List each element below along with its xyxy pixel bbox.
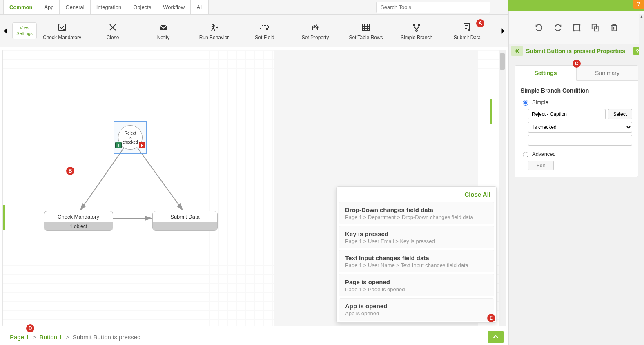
breadcrumb-page[interactable]: Page 1 — [10, 334, 29, 341]
popup-item[interactable]: Key is pressed Page 1 > User Email > Key… — [339, 226, 494, 248]
canvas-vertical-scrollbar[interactable] — [499, 50, 506, 326]
properties-tab-settings[interactable]: Settings — [515, 66, 577, 81]
check-mandatory-icon — [57, 22, 67, 32]
radio-simple[interactable]: Simple — [521, 99, 632, 106]
badge-b: B — [66, 167, 74, 175]
svg-point-1 — [63, 29, 66, 31]
svg-rect-27 — [579, 30, 580, 32]
collapse-properties-button[interactable] — [511, 46, 523, 56]
properties-header: Submit Button is pressed Properties ? — [509, 44, 644, 58]
badge-c: C — [573, 60, 581, 68]
popup-item[interactable]: Page is opened Page 1 > Page is opened — [339, 274, 494, 296]
breadcrumb-bar: D Page 1 > Button 1 > Submit Button is p… — [0, 329, 508, 345]
delete-button[interactable] — [608, 22, 620, 34]
run-behavior-icon — [209, 22, 219, 32]
simple-branch-icon — [412, 22, 421, 32]
decision-node[interactable]: Reject is checked T F — [118, 125, 143, 150]
redo-button[interactable] — [552, 22, 564, 34]
popup-item[interactable]: Text Input changes field data Page 1 > U… — [339, 250, 494, 272]
breadcrumb-button[interactable]: Button 1 — [40, 334, 62, 341]
canvas-wrapper: Reject is checked T F B Check Mandatory … — [2, 50, 506, 326]
chevron-up-icon — [492, 333, 499, 341]
right-edge-handle[interactable] — [490, 99, 492, 124]
close-icon — [108, 22, 118, 32]
group-button[interactable] — [570, 22, 583, 34]
badge-a: A — [476, 19, 484, 27]
scroll-up-button[interactable] — [488, 331, 504, 343]
scrollbar-thumb[interactable] — [500, 53, 505, 70]
chevron-right-icon — [499, 27, 507, 35]
tool-check-mandatory[interactable]: Check Mandatory — [42, 22, 82, 40]
svg-rect-25 — [579, 24, 580, 26]
badge-d: D — [26, 324, 34, 332]
help-corner-button[interactable]: ? — [633, 0, 644, 9]
tab-integration[interactable]: Integration — [90, 0, 127, 14]
radio-advanced[interactable]: Advanced — [521, 150, 632, 157]
properties-vertical-scrollbar[interactable]: ▲ — [639, 14, 644, 345]
tab-objects[interactable]: Objects — [127, 0, 157, 14]
tool-set-table-rows[interactable]: Set Table Rows — [345, 22, 386, 40]
close-all-link[interactable]: Close All — [464, 191, 490, 198]
trash-icon — [610, 23, 619, 32]
tool-run-behavior[interactable]: Run Behavior — [194, 22, 234, 40]
properties-tab-summary[interactable]: Summary — [577, 66, 638, 81]
redo-icon — [553, 23, 562, 32]
properties-panel: Settings Summary Simple Branch Condition… — [515, 65, 638, 177]
view-settings-button[interactable]: View Settings — [12, 22, 37, 39]
group-icon — [572, 23, 581, 32]
notify-icon — [158, 22, 168, 32]
search-tools-input[interactable] — [376, 2, 490, 13]
condition-operator-select[interactable]: is checkedis not checkedequalsnot equals — [528, 122, 632, 133]
edit-advanced-button[interactable]: Edit — [528, 161, 554, 170]
tab-app[interactable]: App — [38, 0, 60, 14]
check-mandatory-node[interactable]: Check Mandatory 1 object — [44, 211, 113, 231]
svg-rect-26 — [573, 30, 574, 32]
tool-category-tabs: Common App General Integration Objects W… — [0, 0, 508, 15]
left-edge-handle[interactable] — [3, 205, 5, 230]
properties-toolbar — [509, 11, 644, 44]
undo-button[interactable] — [533, 22, 545, 34]
svg-point-13 — [413, 24, 415, 26]
toolbar-prev-button[interactable] — [2, 27, 10, 35]
tool-simple-branch[interactable]: Simple Branch — [396, 22, 437, 40]
tab-workflow[interactable]: Workflow — [157, 0, 191, 14]
tool-submit-data[interactable]: Submit Data A — [447, 22, 488, 40]
popup-item[interactable]: Drop-Down changes field data Page 1 > De… — [339, 202, 494, 224]
condition-value-input[interactable] — [528, 135, 632, 146]
tab-all[interactable]: All — [190, 0, 208, 14]
tab-common[interactable]: Common — [3, 0, 38, 14]
toolbar-next-button[interactable] — [499, 27, 507, 35]
svg-rect-30 — [612, 26, 616, 31]
select-field-button[interactable]: Select — [608, 109, 632, 119]
properties-title: Submit Button is pressed Properties — [526, 48, 633, 54]
set-field-icon — [260, 22, 270, 32]
svg-line-21 — [138, 148, 183, 210]
svg-point-15 — [416, 30, 417, 31]
svg-rect-23 — [573, 25, 579, 31]
svg-line-20 — [80, 148, 124, 210]
radio-simple-input[interactable] — [523, 100, 528, 106]
ungroup-button[interactable] — [589, 22, 602, 34]
tool-notify[interactable]: Notify — [143, 22, 184, 40]
submit-data-node[interactable]: Submit Data — [152, 211, 218, 231]
submit-data-icon — [462, 22, 472, 32]
false-branch-badge: F — [139, 142, 145, 148]
tool-set-property[interactable]: Set Property — [295, 22, 336, 40]
svg-rect-8 — [362, 24, 370, 31]
ungroup-icon — [591, 23, 600, 32]
chevron-left-icon — [2, 27, 10, 35]
svg-rect-24 — [573, 24, 574, 26]
popup-item[interactable]: App is opened App is opened E — [339, 298, 494, 321]
radio-advanced-input[interactable] — [523, 152, 528, 157]
svg-point-5 — [212, 24, 214, 25]
true-branch-badge: T — [115, 142, 122, 148]
breadcrumb-current: Submit Button is pressed — [73, 334, 141, 341]
events-popup: Close All Drop-Down changes field data P… — [336, 186, 497, 323]
tool-close[interactable]: Close — [92, 22, 133, 40]
condition-field-input[interactable] — [528, 109, 606, 119]
scroll-up-arrow[interactable]: ▲ — [639, 14, 644, 19]
svg-point-14 — [418, 24, 420, 26]
chevron-double-left-icon — [514, 48, 520, 54]
tool-set-field[interactable]: Set Field — [244, 22, 285, 40]
tab-general[interactable]: General — [59, 0, 90, 14]
